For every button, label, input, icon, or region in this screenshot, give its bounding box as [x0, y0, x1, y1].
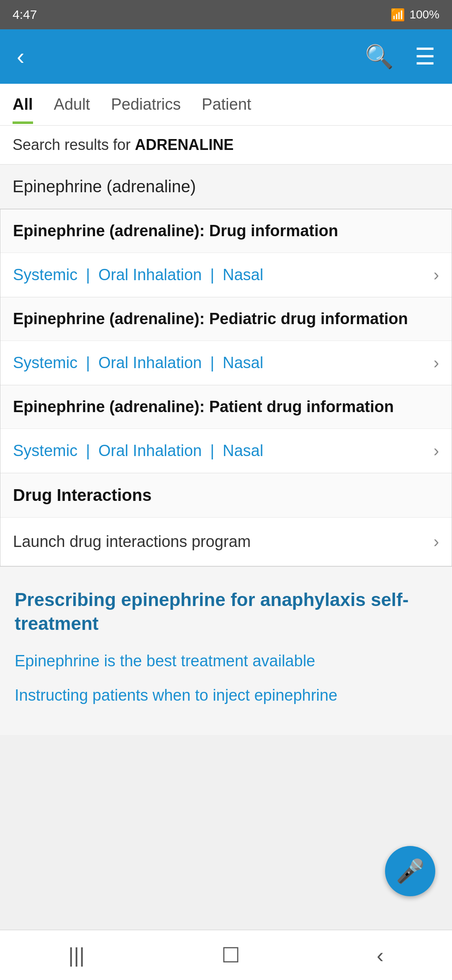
separator-6: | [210, 442, 214, 460]
article-section: Prescribing epinephrine for anaphylaxis … [0, 567, 452, 735]
menu-button[interactable]: ☰ [415, 43, 435, 70]
search-term: ADRENALINE [135, 136, 234, 153]
tab-pediatrics[interactable]: Pediatrics [111, 85, 181, 124]
separator-2: | [210, 266, 214, 284]
link-group-pediatric-info: Systemic | Oral Inhalation | Nasal [13, 354, 434, 372]
separator-3: | [86, 354, 90, 372]
chevron-drug-info: › [434, 266, 439, 284]
result-links-pediatric-info[interactable]: Systemic | Oral Inhalation | Nasal › [0, 341, 452, 385]
result-title-patient-info: Epinephrine (adrenaline): Patient drug i… [0, 385, 452, 429]
link-nasal-drug[interactable]: Nasal [223, 266, 263, 284]
back-button[interactable]: ‹ [17, 43, 24, 70]
result-group-drug-interactions: Drug Interactions Launch drug interactio… [0, 473, 452, 566]
tab-bar: All Adult Pediatrics Patient [0, 84, 452, 126]
separator-5: | [86, 442, 90, 460]
header-actions: 🔍 ☰ [365, 43, 435, 70]
result-group-pediatric-info: Epinephrine (adrenaline): Pediatric drug… [0, 297, 452, 385]
status-bar: 4:47 📶 100% [0, 0, 452, 29]
link-systemic-pediatric[interactable]: Systemic [13, 354, 77, 372]
section-title: Epinephrine (adrenaline) [0, 165, 452, 209]
tab-adult[interactable]: Adult [54, 85, 90, 124]
article-title: Prescribing epinephrine for anaphylaxis … [15, 588, 437, 635]
search-prefix: Search results for [13, 136, 131, 153]
result-group-drug-info: Epinephrine (adrenaline): Drug informati… [0, 209, 452, 297]
home-button[interactable]: ☐ [221, 943, 240, 967]
result-title-pediatric-info: Epinephrine (adrenaline): Pediatric drug… [0, 297, 452, 341]
search-button[interactable]: 🔍 [365, 43, 394, 70]
link-oral-inhalation-pediatric[interactable]: Oral Inhalation [98, 354, 202, 372]
result-title-drug-info: Epinephrine (adrenaline): Drug informati… [0, 209, 452, 253]
link-nasal-patient[interactable]: Nasal [223, 442, 263, 460]
article-link-0[interactable]: Epinephrine is the best treatment availa… [15, 650, 437, 672]
battery-icon: 100% [409, 8, 439, 21]
launch-drug-interactions-label: Launch drug interactions program [13, 533, 434, 551]
article-link-1[interactable]: Instructing patients when to inject epin… [15, 684, 437, 707]
result-links-patient-info[interactable]: Systemic | Oral Inhalation | Nasal › [0, 429, 452, 473]
launch-drug-interactions-row[interactable]: Launch drug interactions program › [0, 518, 452, 566]
results-container: Epinephrine (adrenaline): Drug informati… [0, 209, 452, 567]
recent-apps-button[interactable]: ||| [68, 943, 85, 967]
chevron-pediatric-info: › [434, 353, 439, 372]
result-group-patient-info: Epinephrine (adrenaline): Patient drug i… [0, 385, 452, 473]
link-oral-inhalation-patient[interactable]: Oral Inhalation [98, 442, 202, 460]
back-button-nav[interactable]: ‹ [377, 943, 384, 967]
status-time: 4:47 [13, 8, 37, 22]
link-oral-inhalation-drug[interactable]: Oral Inhalation [98, 266, 202, 284]
link-group-drug-info: Systemic | Oral Inhalation | Nasal [13, 266, 434, 284]
tab-patient[interactable]: Patient [202, 85, 251, 124]
tab-all[interactable]: All [13, 85, 33, 124]
link-systemic-drug[interactable]: Systemic [13, 266, 77, 284]
link-systemic-patient[interactable]: Systemic [13, 442, 77, 460]
status-right: 📶 100% [390, 8, 439, 22]
result-links-drug-info[interactable]: Systemic | Oral Inhalation | Nasal › [0, 253, 452, 297]
wifi-icon: 📶 [390, 8, 405, 22]
chevron-drug-interactions: › [434, 532, 439, 551]
app-header: ‹ 🔍 ☰ [0, 29, 452, 84]
separator-4: | [210, 354, 214, 372]
chevron-patient-info: › [434, 441, 439, 460]
bottom-nav: ||| ☐ ‹ [0, 930, 452, 980]
separator-1: | [86, 266, 90, 284]
microphone-icon: 🎤 [396, 858, 425, 885]
drug-interactions-title: Drug Interactions [0, 473, 452, 518]
link-nasal-pediatric[interactable]: Nasal [223, 354, 263, 372]
search-results-header: Search results for ADRENALINE [0, 126, 452, 165]
microphone-fab[interactable]: 🎤 [385, 846, 435, 896]
link-group-patient-info: Systemic | Oral Inhalation | Nasal [13, 442, 434, 460]
